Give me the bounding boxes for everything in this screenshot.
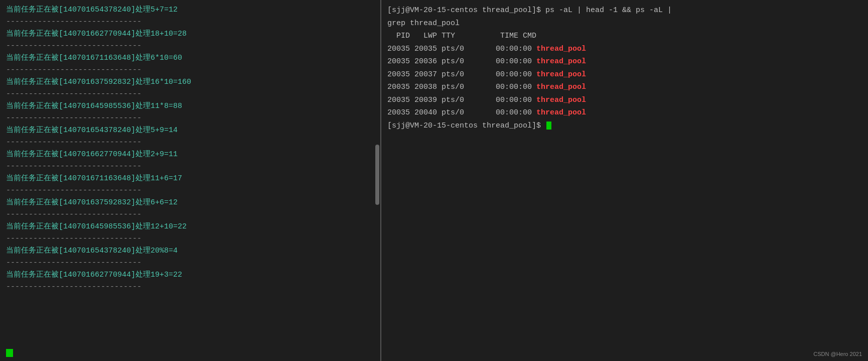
divider-line: ------------------------------ [6,185,374,197]
task-line: 当前任务正在被[140701654378240]处理20%8=4 [6,245,374,257]
divider-line: ------------------------------ [6,161,374,173]
divider-line: ------------------------------ [6,40,374,52]
process-row: 20035 20038 pts/0 00:00:00 thread_pool [387,81,862,94]
left-terminal-panel: 当前任务正在被[140701654378240]处理5+7=12--------… [0,0,381,361]
divider-line: ------------------------------ [6,88,374,100]
thread-pool-label: thread_pool [536,57,586,66]
task-line: 当前任务正在被[140701654378240]处理5+9=14 [6,125,374,137]
process-row: 20035 20035 pts/0 00:00:00 thread_pool [387,43,862,56]
command-prompt-2: [sjj@VM-20-15-centos thread_pool]$ [387,119,862,133]
divider-line: ------------------------------ [6,112,374,125]
divider-line: ------------------------------ [6,257,374,269]
thread-pool-label: thread_pool [536,45,586,53]
right-terminal-panel: [sjj@VM-20-15-centos thread_pool]$ ps -a… [381,0,868,361]
process-row: 20035 20040 pts/0 00:00:00 thread_pool [387,106,862,119]
task-line: 当前任务正在被[140701671163648]处理6*10=60 [6,52,374,64]
terminal-cursor [546,122,551,130]
divider-line: ------------------------------ [6,233,374,245]
scrollbar[interactable] [375,145,379,205]
watermark: CSDN @Hero 2021 [813,351,862,357]
thread-pool-label: thread_pool [536,83,586,91]
ps-header: PID LWP TTY TIME CMD [387,30,862,43]
process-row: 20035 20039 pts/0 00:00:00 thread_pool [387,94,862,107]
task-line: 当前任务正在被[140701662770944]处理18+10=28 [6,28,374,40]
cursor-left [6,349,13,357]
process-row: 20035 20036 pts/0 00:00:00 thread_pool [387,55,862,68]
task-line: 当前任务正在被[140701654378240]处理5+7=12 [6,4,374,16]
command-line-1: [sjj@VM-20-15-centos thread_pool]$ ps -a… [387,4,862,17]
thread-pool-label: thread_pool [536,96,586,104]
task-line: 当前任务正在被[140701637592832]处理6+6=12 [6,197,374,209]
task-line: 当前任务正在被[140701645985536]处理11*8=88 [6,100,374,112]
process-row: 20035 20037 pts/0 00:00:00 thread_pool [387,68,862,81]
task-line: 当前任务正在被[140701662770944]处理2+9=11 [6,149,374,161]
command-line-1b: grep thread_pool [387,17,862,30]
task-line: 当前任务正在被[140701645985536]处理12+10=22 [6,221,374,233]
task-line: 当前任务正在被[140701637592832]处理16*10=160 [6,76,374,88]
thread-pool-label: thread_pool [536,108,586,117]
divider-line: ------------------------------ [6,16,374,28]
divider-line: ------------------------------ [6,281,374,293]
divider-line: ------------------------------ [6,64,374,76]
task-line: 当前任务正在被[140701662770944]处理19+3=22 [6,269,374,281]
task-line: 当前任务正在被[140701671163648]处理11+6=17 [6,173,374,185]
divider-line: ------------------------------ [6,209,374,221]
thread-pool-label: thread_pool [536,70,586,79]
divider-line: ------------------------------ [6,137,374,149]
